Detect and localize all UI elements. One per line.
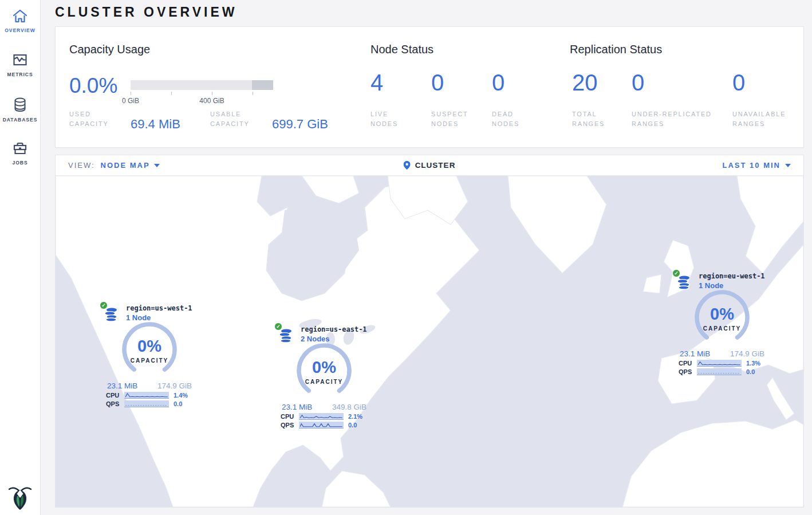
page-title: CLUSTER OVERVIEW (55, 5, 238, 20)
sidebar-item-databases[interactable]: DATABASES (0, 88, 40, 132)
region-text: region=us-west-1 1 Node (126, 304, 192, 322)
cpu-value: 1.3% (746, 360, 760, 367)
node-map-region-eu-west-1[interactable]: ✓ region=eu-west-1 1 Node 0% CAPACITY 23… (676, 268, 768, 375)
region-label: region=us-east-1 (301, 325, 367, 333)
sidebar-item-label: JOBS (12, 160, 27, 166)
total-capacity: 349.8 GiB (332, 403, 366, 411)
under-replicated-ranges-label: UNDER-REPLICATED RANGES (632, 109, 723, 129)
used-capacity-value: 69.4 MiB (131, 117, 180, 132)
time-range-value: LAST 10 MIN (723, 161, 781, 170)
node-map-region-us-west-1[interactable]: ✓ region=us-west-1 1 Node 0% CAPACITY 23… (104, 300, 195, 407)
capacity-values: 23.1 MiB 174.9 GiB (680, 349, 764, 358)
capacity-percent: 0% (117, 337, 182, 356)
capacity-values: 23.1 MiB 174.9 GiB (107, 382, 192, 390)
qps-value: 0.0 (746, 368, 755, 375)
node-map-region-us-east-1[interactable]: ✓ region=us-east-1 2 Nodes 0% CAPACITY 2… (278, 321, 370, 428)
home-icon (11, 8, 29, 24)
capacity-label: CAPACITY (690, 325, 754, 332)
briefcase-icon (11, 140, 29, 156)
axis-tick (253, 92, 253, 95)
capacity-used-percent: 0.0% (69, 74, 117, 98)
region-text: region=eu-west-1 1 Node (699, 272, 765, 290)
status-ok-badge: ✓ (274, 323, 282, 331)
qps-value: 0.0 (348, 422, 357, 428)
qps-metric-row: QPS 0.0 (281, 422, 368, 428)
cpu-metric-row: CPU 2.1% (281, 413, 368, 420)
qps-metric-row: QPS 0.0 (679, 368, 766, 375)
live-nodes-label: LIVE NODES (370, 109, 406, 129)
status-ok-badge: ✓ (100, 301, 108, 309)
qps-sparkline (299, 422, 344, 428)
capacity-bar-reserved-segment (252, 80, 273, 90)
used-capacity: 23.1 MiB (107, 382, 137, 390)
capacity-donut: 0% CAPACITY (117, 322, 182, 379)
capacity-usage-bar (131, 80, 273, 90)
region-text: region=us-east-1 2 Nodes (301, 325, 367, 343)
qps-sparkline (124, 400, 169, 407)
node-status-title: Node Status (370, 43, 433, 56)
map-panel: VIEW: NODE MAP CLUSTER LAST 10 MIN (55, 155, 804, 508)
region-header: ✓ region=eu-west-1 1 Node (676, 268, 768, 290)
capacity-donut: 0% CAPACITY (690, 290, 754, 347)
usable-capacity-label: USABLE CAPACITY (210, 109, 262, 129)
total-capacity: 174.9 GiB (157, 382, 192, 390)
capacity-label: CAPACITY (292, 379, 356, 385)
qps-label: QPS (281, 422, 299, 428)
dead-nodes-label: DEAD NODES (492, 109, 527, 129)
database-stack-icon: ✓ (676, 274, 691, 289)
used-capacity: 23.1 MiB (680, 349, 710, 358)
live-nodes-value: 4 (370, 70, 383, 96)
qps-metric-row: QPS 0.0 (106, 400, 193, 407)
region-label: region=eu-west-1 (699, 272, 765, 280)
cpu-sparkline (697, 360, 742, 367)
cpu-label: CPU (679, 360, 697, 367)
axis-tick (212, 92, 212, 95)
summary-panel: Capacity Usage 0.0% 0 GiB 400 GiB USED C… (55, 26, 804, 148)
qps-value: 0.0 (174, 400, 182, 407)
used-capacity-label: USED CAPACITY (69, 109, 119, 129)
cpu-metric-row: CPU 1.3% (679, 360, 766, 367)
map-view-bar: VIEW: NODE MAP CLUSTER LAST 10 MIN (56, 155, 803, 176)
cpu-value: 1.4% (174, 392, 188, 399)
cpu-metric-row: CPU 1.4% (106, 392, 193, 399)
qps-label: QPS (106, 400, 124, 407)
chevron-down-icon (785, 164, 791, 167)
cpu-label: CPU (281, 413, 299, 420)
sidebar-item-overview[interactable]: OVERVIEW (0, 0, 40, 44)
suspect-nodes-value: 0 (431, 70, 444, 96)
time-range-selector[interactable]: LAST 10 MIN (723, 161, 791, 170)
unavailable-ranges-label: UNAVAILABLE RANGES (732, 109, 801, 129)
suspect-nodes-label: SUSPECT NODES (431, 109, 477, 129)
sidebar-item-metrics[interactable]: METRICS (0, 44, 40, 88)
node-count: 1 Node (126, 313, 192, 322)
capacity-donut: 0% CAPACITY (292, 343, 356, 400)
capacity-usage-title: Capacity Usage (69, 43, 150, 56)
under-replicated-ranges-value: 0 (632, 70, 644, 96)
view-selector[interactable]: NODE MAP (101, 161, 160, 170)
axis-tick-label: 400 GiB (199, 97, 224, 105)
capacity-percent: 0% (292, 358, 356, 377)
node-count: 1 Node (699, 281, 765, 290)
world-map: ✓ region=us-west-1 1 Node 0% CAPACITY 23… (56, 176, 803, 507)
cluster-overview-page: OVERVIEW METRICS DATABASES (0, 0, 812, 515)
replication-status-title: Replication Status (570, 43, 662, 56)
used-capacity: 23.1 MiB (282, 403, 312, 411)
sidebar-item-label: OVERVIEW (5, 27, 36, 33)
database-icon (11, 96, 29, 113)
qps-label: QPS (679, 368, 697, 375)
sidebar: OVERVIEW METRICS DATABASES (0, 0, 41, 515)
view-label: VIEW: (68, 161, 95, 170)
axis-tick (131, 92, 131, 95)
cpu-sparkline (299, 413, 344, 420)
database-stack-icon: ✓ (278, 328, 293, 343)
capacity-values: 23.1 MiB 349.8 GiB (282, 403, 366, 411)
dead-nodes-value: 0 (492, 70, 504, 96)
sidebar-item-label: METRICS (7, 72, 33, 77)
breadcrumb[interactable]: CLUSTER (404, 161, 456, 170)
qps-sparkline (697, 368, 742, 375)
region-header: ✓ region=us-west-1 1 Node (104, 300, 195, 322)
breadcrumb-label: CLUSTER (415, 161, 456, 170)
cpu-value: 2.1% (348, 413, 362, 420)
cpu-sparkline (124, 392, 169, 399)
sidebar-item-jobs[interactable]: JOBS (0, 132, 40, 176)
